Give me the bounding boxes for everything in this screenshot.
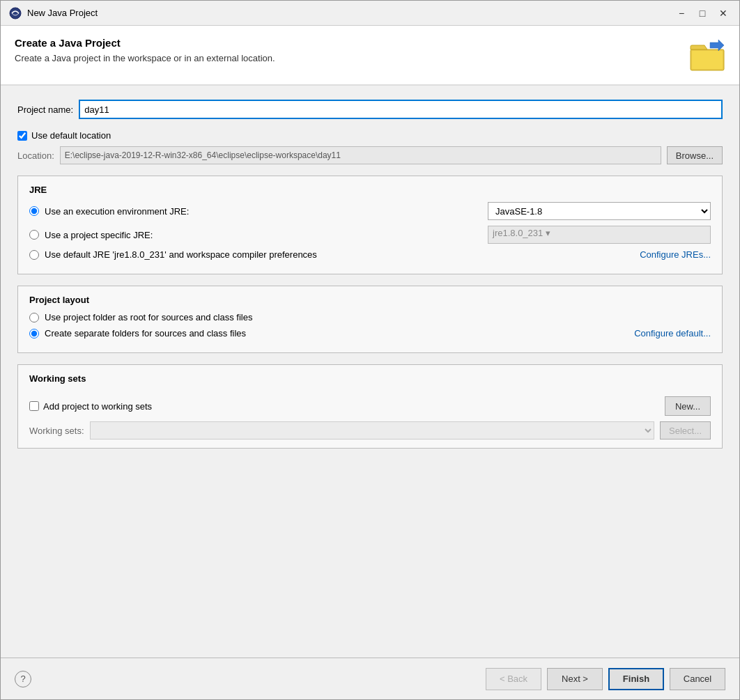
location-input bbox=[60, 146, 661, 164]
jre-default-label[interactable]: Use default JRE 'jre1.8.0_231' and works… bbox=[45, 249, 317, 260]
layout-separate-folders-label[interactable]: Create separate folders for sources and … bbox=[45, 328, 246, 339]
configure-default-link[interactable]: Configure default... bbox=[634, 328, 711, 339]
title-bar-left: New Java Project bbox=[9, 7, 98, 20]
working-sets-header-row: Working sets bbox=[29, 373, 711, 391]
restore-button[interactable]: □ bbox=[695, 6, 710, 21]
footer: ? < Back Next > Finish Cancel bbox=[1, 658, 739, 699]
main-content: Project name: Use default location Locat… bbox=[1, 86, 739, 658]
header-subtitle: Create a Java project in the workspace o… bbox=[15, 53, 275, 63]
layout-option-2-left: Create separate folders for sources and … bbox=[29, 328, 246, 339]
jre-execution-env-label[interactable]: Use an execution environment JRE: bbox=[45, 206, 189, 217]
add-to-working-sets-checkbox[interactable] bbox=[29, 401, 39, 411]
use-default-location-checkbox[interactable] bbox=[17, 131, 27, 141]
close-button[interactable]: ✕ bbox=[716, 6, 731, 21]
svg-point-0 bbox=[10, 8, 21, 19]
jre-section: JRE Use an execution environment JRE: Ja… bbox=[17, 176, 723, 274]
new-working-set-button[interactable]: New... bbox=[665, 396, 711, 416]
layout-project-folder-radio[interactable] bbox=[29, 313, 39, 322]
project-name-label: Project name: bbox=[17, 104, 73, 115]
jre-option-3-row: Use default JRE 'jre1.8.0_231' and works… bbox=[29, 249, 711, 260]
working-sets-dropdown bbox=[90, 421, 655, 440]
layout-project-folder-label[interactable]: Use project folder as root for sources a… bbox=[45, 312, 252, 322]
location-row: Location: Browse... bbox=[17, 146, 723, 164]
jre-project-specific-dropdown: jre1.8.0_231 ▾ bbox=[488, 226, 711, 244]
project-layout-title: Project layout bbox=[29, 295, 711, 305]
jre-execution-env-radio[interactable] bbox=[29, 206, 39, 216]
jre-option-1-left: Use an execution environment JRE: bbox=[29, 206, 189, 217]
jre-default-radio[interactable] bbox=[29, 250, 39, 260]
next-button[interactable]: Next > bbox=[547, 668, 603, 690]
working-sets-label: Working sets: bbox=[29, 426, 84, 436]
use-default-location-row: Use default location bbox=[17, 130, 723, 141]
layout-option-2-row: Create separate folders for sources and … bbox=[29, 328, 711, 339]
cancel-button[interactable]: Cancel bbox=[670, 668, 725, 690]
project-layout-section: Project layout Use project folder as roo… bbox=[17, 286, 723, 353]
configure-jres-link[interactable]: Configure JREs... bbox=[640, 249, 711, 260]
folder-icon bbox=[689, 37, 725, 73]
working-sets-title: Working sets bbox=[29, 373, 86, 384]
jre-section-title: JRE bbox=[29, 185, 711, 195]
add-to-working-sets-label[interactable]: Add project to working sets bbox=[43, 401, 152, 412]
jre-option-2-row: Use a project specific JRE: jre1.8.0_231… bbox=[29, 226, 711, 244]
back-button: < Back bbox=[486, 668, 541, 690]
footer-left: ? bbox=[15, 671, 31, 687]
app-icon bbox=[9, 7, 22, 20]
browse-button[interactable]: Browse... bbox=[667, 146, 723, 164]
jre-project-specific-label[interactable]: Use a project specific JRE: bbox=[45, 230, 153, 240]
footer-buttons: < Back Next > Finish Cancel bbox=[486, 668, 725, 690]
minimize-button[interactable]: − bbox=[674, 6, 689, 21]
select-working-set-button: Select... bbox=[660, 421, 711, 440]
working-sets-input-row: Working sets: Select... bbox=[29, 421, 711, 440]
layout-option-1-left: Use project folder as root for sources a… bbox=[29, 312, 252, 322]
location-label: Location: bbox=[17, 150, 54, 161]
project-name-row: Project name: bbox=[17, 100, 723, 119]
header-title: Create a Java Project bbox=[15, 37, 275, 49]
layout-option-1-row: Use project folder as root for sources a… bbox=[29, 312, 711, 322]
svg-rect-2 bbox=[692, 51, 723, 69]
layout-separate-folders-radio[interactable] bbox=[29, 329, 39, 339]
jre-option-2-left: Use a project specific JRE: bbox=[29, 230, 153, 240]
working-sets-section: Working sets Add project to working sets… bbox=[17, 364, 723, 449]
header-section: Create a Java Project Create a Java proj… bbox=[1, 26, 739, 86]
project-name-input[interactable] bbox=[79, 100, 723, 119]
jre-execution-env-dropdown[interactable]: JavaSE-1.8 bbox=[488, 202, 711, 220]
help-button[interactable]: ? bbox=[15, 671, 31, 687]
use-default-location-label[interactable]: Use default location bbox=[31, 130, 111, 141]
jre-project-specific-radio[interactable] bbox=[29, 230, 39, 240]
dialog: New Java Project − □ ✕ Create a Java Pro… bbox=[0, 0, 740, 700]
jre-option-1-row: Use an execution environment JRE: JavaSE… bbox=[29, 202, 711, 220]
jre-option-3-left: Use default JRE 'jre1.8.0_231' and works… bbox=[29, 249, 317, 260]
title-bar-controls: − □ ✕ bbox=[674, 6, 731, 21]
add-to-working-sets-row: Add project to working sets bbox=[29, 401, 152, 412]
window-title: New Java Project bbox=[27, 8, 98, 18]
title-bar: New Java Project − □ ✕ bbox=[1, 1, 739, 26]
header-text-area: Create a Java Project Create a Java proj… bbox=[15, 37, 275, 63]
finish-button[interactable]: Finish bbox=[608, 668, 664, 690]
